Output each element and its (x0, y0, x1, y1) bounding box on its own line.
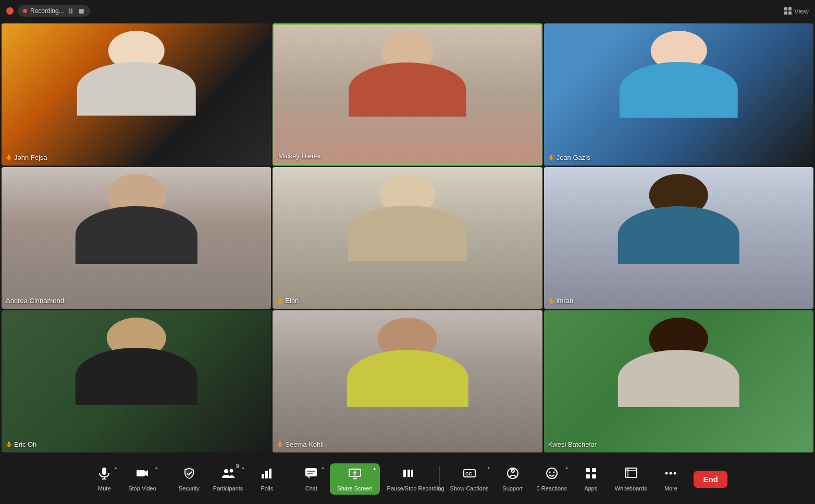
svg-rect-3 (788, 11, 792, 15)
apps-icon (584, 467, 598, 483)
participants-count: 9 (236, 463, 239, 469)
svg-rect-31 (265, 471, 268, 478)
share-screen-arrow[interactable]: ▲ (373, 467, 377, 471)
participants-label: Participants (213, 485, 243, 492)
more-button[interactable]: More (654, 462, 687, 496)
svg-marker-34 (307, 476, 310, 478)
whiteboards-button[interactable]: Whiteboards (610, 462, 652, 496)
mute-arrow[interactable]: ▲ (114, 465, 118, 470)
show-captions-button[interactable]: CC ▲ Show Captions (445, 462, 494, 496)
svg-rect-26 (137, 470, 145, 476)
participant-name-mickey: Mickey Diener (278, 152, 321, 160)
show-captions-label: Show Captions (450, 485, 489, 492)
security-label: Security (179, 485, 200, 492)
security-icon (182, 467, 196, 483)
svg-rect-52 (586, 468, 590, 472)
person-visual-mickey (334, 32, 480, 136)
chat-arrow[interactable]: ▲ (320, 465, 325, 470)
participant-tile-eric: Eric Oh (2, 310, 271, 452)
view-button[interactable]: View (784, 7, 809, 15)
mic-muted-icon-seema (277, 441, 283, 447)
name-text-eric: Eric Oh (14, 440, 36, 448)
participant-tile-john: John Fejsa (2, 23, 271, 166)
polls-label: Polls (261, 485, 273, 492)
support-icon (506, 467, 520, 483)
stop-video-label: Stop Video (128, 485, 156, 492)
mute-button[interactable]: ▲ Mute (88, 462, 121, 496)
svg-rect-55 (592, 474, 596, 478)
mic-muted-icon-imran (548, 298, 554, 304)
pause-recording-button[interactable]: Pause/Stop Recording (382, 462, 434, 496)
recording-label: Recording... (30, 7, 64, 15)
participant-name-elon: Elon (277, 297, 299, 305)
recording-badge: Recording... ⏸ ⏹ (18, 5, 90, 17)
mic-muted-icon-jean (548, 154, 554, 160)
participant-name-imran: imran (548, 297, 574, 305)
name-text-andrea: Andrea Cinnamond (6, 297, 64, 305)
support-button[interactable]: Support (496, 462, 529, 496)
recording-stop-button[interactable]: ⏹ (78, 7, 85, 15)
reactions-arrow[interactable]: ▲ (565, 465, 569, 470)
security-button[interactable]: Security (172, 462, 206, 496)
grid-view-icon (784, 7, 792, 15)
svg-rect-32 (269, 469, 271, 478)
person-visual-john (62, 31, 211, 137)
end-button[interactable]: End (694, 471, 727, 488)
name-text-imran: imran (557, 297, 574, 305)
participants-icon: 9 (221, 467, 235, 483)
participant-tile-elon: Elon (273, 167, 542, 309)
svg-rect-33 (305, 468, 317, 476)
more-icon (664, 467, 677, 483)
name-text-elon: Elon (285, 297, 299, 305)
person-visual-eric (62, 318, 211, 424)
name-text-kwesi: Kwesi Batchelor (548, 440, 597, 448)
chat-button[interactable]: ▲ Chat (294, 462, 328, 496)
participant-tile-andrea: Andrea Cinnamond (2, 167, 271, 309)
video-grid: John Fejsa Mickey Diener Jean Gazis (0, 22, 815, 454)
name-text-jean: Jean Gazis (557, 154, 590, 161)
svg-rect-8 (550, 155, 552, 158)
participant-tile-imran: imran (544, 167, 813, 309)
name-text-seema: Seema Kohli (285, 440, 324, 448)
polls-button[interactable]: Polls (250, 462, 283, 496)
svg-marker-27 (145, 470, 148, 476)
svg-point-51 (553, 472, 554, 473)
reactions-button[interactable]: ▲ 0 Reactions (532, 462, 572, 496)
svg-text:CC: CC (465, 471, 472, 476)
mute-label: Mute (98, 485, 110, 492)
top-bar: Recording... ⏸ ⏹ View (0, 0, 815, 22)
stop-video-button[interactable]: ▲ Stop Video (123, 462, 162, 496)
svg-rect-30 (262, 474, 264, 478)
participants-button[interactable]: 9 ▲ Participants (208, 462, 248, 496)
window-close-dot[interactable] (6, 7, 14, 15)
separator-2 (289, 466, 289, 492)
captions-arrow[interactable]: ▲ (487, 465, 491, 470)
svg-rect-23 (102, 468, 106, 475)
pause-recording-label: Pause/Stop Recording (387, 485, 429, 492)
svg-rect-11 (279, 298, 281, 301)
svg-rect-1 (788, 7, 792, 10)
mic-muted-icon-john (6, 154, 12, 160)
participant-tile-jean: Jean Gazis (544, 23, 813, 166)
participants-arrow[interactable]: ▲ (241, 465, 245, 470)
recording-pause-button[interactable]: ⏸ (67, 7, 75, 15)
whiteboards-label: Whiteboards (615, 485, 647, 492)
share-screen-icon (348, 467, 362, 483)
svg-rect-43 (411, 470, 413, 477)
name-text-mickey: Mickey Diener (278, 152, 321, 160)
svg-marker-40 (353, 471, 357, 475)
svg-rect-4 (8, 155, 10, 158)
share-screen-button[interactable]: ▲ Share Screen (330, 463, 379, 495)
person-visual-elon (334, 174, 482, 281)
stop-video-arrow[interactable]: ▲ (154, 465, 158, 470)
svg-rect-53 (592, 468, 596, 472)
end-label: End (703, 475, 718, 484)
svg-rect-20 (279, 442, 281, 445)
whiteboards-icon (624, 467, 638, 483)
svg-point-28 (224, 469, 228, 473)
mic-muted-icon-eric (6, 441, 12, 447)
participant-name-john: John Fejsa (6, 154, 47, 161)
participant-name-andrea: Andrea Cinnamond (6, 297, 64, 305)
apps-button[interactable]: Apps (574, 462, 608, 496)
svg-point-61 (674, 472, 676, 475)
